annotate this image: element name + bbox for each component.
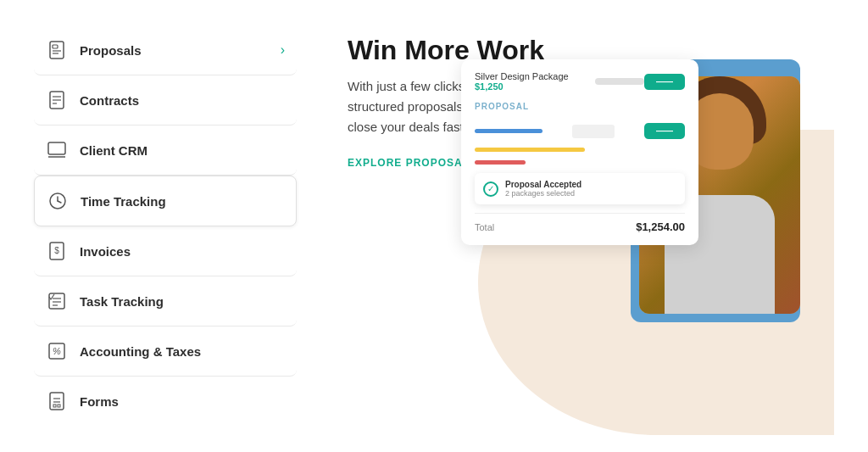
svg-text:$: $ <box>54 246 59 255</box>
package-price: $1,250 <box>475 81 504 92</box>
accepted-subtitle: 2 packages selected <box>505 189 581 198</box>
input-box-1 <box>572 125 615 138</box>
line-action-btn[interactable]: —— <box>644 123 685 139</box>
red-line <box>475 160 526 165</box>
package-label: Silver Design Package $1,250 <box>475 71 595 92</box>
proposals-icon <box>46 39 68 61</box>
svg-rect-1 <box>53 45 58 48</box>
sidebar-item-proposals[interactable]: Proposals › <box>34 25 297 75</box>
blue-line <box>475 129 542 133</box>
proposals-arrow-icon: › <box>281 42 285 58</box>
accepted-text-block: Proposal Accepted 2 packages selected <box>505 180 581 198</box>
proposal-line-2 <box>475 148 685 152</box>
proposal-action-button[interactable]: —— <box>644 74 685 90</box>
svg-text:%: % <box>53 346 61 356</box>
page-container: Proposals › Contracts <box>0 0 868 452</box>
accounting-icon: % <box>46 340 68 362</box>
svg-rect-8 <box>48 142 65 154</box>
time-icon <box>47 190 69 212</box>
proposal-badge: PROPOSAL <box>475 102 685 111</box>
sidebar-item-forms-label: Forms <box>80 394 285 409</box>
svg-rect-15 <box>49 293 64 309</box>
svg-rect-0 <box>50 42 64 59</box>
proposal-accepted-box: ✓ Proposal Accepted 2 packages selected <box>475 173 685 204</box>
accepted-title: Proposal Accepted <box>505 180 581 189</box>
proposal-card: Silver Design Package $1,250 —— PROPOSAL… <box>461 59 698 245</box>
invoices-icon: $ <box>46 240 68 262</box>
yellow-line <box>475 148 585 152</box>
svg-rect-24 <box>53 405 56 407</box>
proposal-line-1: —— <box>475 123 685 139</box>
sidebar-item-time-tracking[interactable]: Time Tracking <box>34 176 297 226</box>
sidebar-item-task-tracking[interactable]: Task Tracking <box>34 276 297 326</box>
svg-rect-21 <box>50 393 64 410</box>
divider-bar <box>595 78 644 85</box>
sidebar-item-accounting[interactable]: % Accounting & Taxes <box>34 326 297 377</box>
check-icon: ✓ <box>483 181 498 197</box>
total-row: Total $1,254.00 <box>475 213 685 233</box>
svg-rect-25 <box>58 405 60 407</box>
sidebar-item-client-crm[interactable]: Client CRM <box>34 126 297 176</box>
sidebar-item-time-tracking-label: Time Tracking <box>81 194 284 209</box>
main-content: Win More Work With just a few clicks, yo… <box>297 17 834 435</box>
contracts-icon <box>46 89 68 111</box>
sidebar: Proposals › Contracts <box>34 17 297 435</box>
sidebar-item-contracts[interactable]: Contracts <box>34 75 297 126</box>
proposal-line-3 <box>475 160 685 165</box>
sidebar-item-contracts-label: Contracts <box>80 93 285 108</box>
proposal-card-header: Silver Design Package $1,250 —— <box>475 71 685 92</box>
total-amount: $1,254.00 <box>636 220 685 233</box>
forms-icon <box>46 390 68 412</box>
crm-icon <box>46 139 68 161</box>
sidebar-item-invoices-label: Invoices <box>80 244 285 259</box>
sidebar-item-accounting-label: Accounting & Taxes <box>80 344 285 359</box>
task-icon <box>46 290 68 312</box>
mockup-area: Silver Design Package $1,250 —— PROPOSAL… <box>444 34 809 390</box>
sidebar-item-crm-label: Client CRM <box>80 143 285 158</box>
sidebar-item-forms[interactable]: Forms <box>34 377 297 426</box>
sidebar-item-task-tracking-label: Task Tracking <box>80 294 285 309</box>
total-label: Total <box>475 222 494 232</box>
svg-line-12 <box>58 201 61 203</box>
sidebar-item-invoices[interactable]: $ Invoices <box>34 226 297 276</box>
sidebar-item-proposals-label: Proposals <box>80 43 281 58</box>
